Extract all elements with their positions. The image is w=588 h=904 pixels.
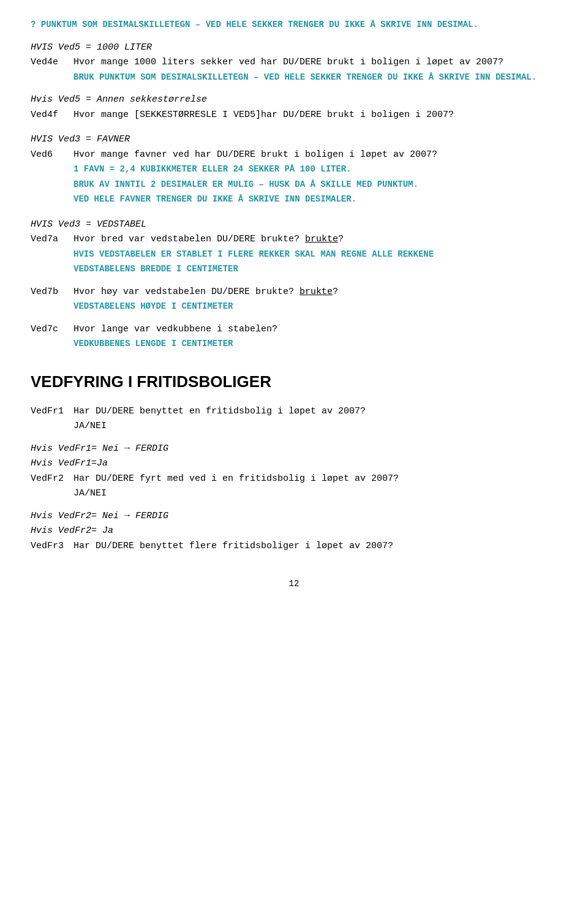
top-note: ? PUNKTUM SOM DESIMALSKILLETEGN – VED HE… [31, 18, 557, 32]
vedfyring-heading: VEDFYRING I FRITIDSBOLIGER [31, 370, 557, 394]
ved7c-label: Ved7c [31, 323, 74, 337]
page-number: 12 [31, 578, 557, 590]
vedfr3-row: VedFr3 Har DU/DERE benyttet flere fritid… [31, 540, 557, 554]
ved5-1000-liter-section: HVIS Ved5 = 1000 LITER Ved4e Hvor mange … [31, 41, 557, 85]
ved4e-label: Ved4e [31, 56, 74, 70]
ved3-favner-if-line: HVIS Ved3 = FAVNER [31, 133, 557, 147]
vedfr1-label: VedFr1 [31, 405, 74, 419]
page-content: ? PUNKTUM SOM DESIMALSKILLETEGN – VED HE… [31, 18, 557, 590]
ved3-vedstabel-if-line: HVIS Ved3 = VEDSTABEL [31, 218, 557, 232]
ved7a-row: Ved7a Hvor bred var vedstabelen DU/DERE … [31, 233, 557, 247]
ved7a-label: Ved7a [31, 233, 74, 247]
vedfr1-conditions: Hvis VedFr1= Nei → FERDIG Hvis VedFr1=Ja… [31, 442, 557, 501]
ved7a-note2: VEDSTABELENS BREDDE I CENTIMETER [74, 263, 557, 277]
ved7c-question: Hvor lange var vedkubbene i stabelen? [74, 323, 557, 337]
ved6-note3: VED HELE FAVNER TRENGER DU IKKE Å SKRIVE… [74, 193, 557, 207]
vedfr2-ja-condition: Hvis VedFr2= Ja [31, 524, 557, 538]
ved6-label: Ved6 [31, 148, 74, 162]
vedfr2-answer: JA/NEI [74, 487, 557, 501]
ved7b-underline: brukte [300, 287, 333, 297]
vedfr1-section: VedFr1 Har DU/DERE benyttet en fritidsbo… [31, 405, 557, 434]
ved7a-note1: HVIS VEDSTABELEN ER STABLET I FLERE REKK… [74, 248, 557, 262]
vedfr2-row: VedFr2 Har DU/DERE fyrt med ved i en fri… [31, 472, 557, 486]
vedfr3-question: Har DU/DERE benyttet flere fritidsbolige… [74, 540, 557, 554]
vedfr1-question: Har DU/DERE benyttet en fritidsbolig i l… [74, 405, 557, 419]
vedfr2-conditions: Hvis VedFr2= Nei → FERDIG Hvis VedFr2= J… [31, 510, 557, 554]
ved7c-row: Ved7c Hvor lange var vedkubbene i stabel… [31, 323, 557, 337]
ved5-1000-if-line: HVIS Ved5 = 1000 LITER [31, 41, 557, 55]
ved4f-question: Hvor mange [SEKKESTØRRESLE I VED5]har DU… [74, 108, 557, 122]
ved7a-underline: brukte [305, 234, 338, 244]
vedfr2-nei-condition: Hvis VedFr2= Nei → FERDIG [31, 510, 557, 524]
ved7b-row: Ved7b Hvor høy var vedstabelen DU/DERE b… [31, 285, 557, 299]
vedfr1-row: VedFr1 Har DU/DERE benyttet en fritidsbo… [31, 405, 557, 419]
vedfr2-label: VedFr2 [31, 472, 74, 486]
ved4e-row: Ved4e Hvor mange 1000 liters sekker ved … [31, 56, 557, 70]
vedfr2-question: Har DU/DERE fyrt med ved i en fritidsbol… [74, 472, 557, 486]
ved4e-note: BRUK PUNKTUM SOM DESIMALSKILLETEGN – VED… [74, 71, 557, 85]
vedfr1-answer: JA/NEI [74, 420, 557, 434]
ved6-row: Ved6 Hvor mange favner ved har DU/DERE b… [31, 148, 557, 162]
ved4f-label: Ved4f [31, 108, 74, 122]
ved6-note1: 1 FAVN = 2,4 KUBIKKMETER ELLER 24 SEKKER… [74, 163, 557, 177]
vedfr1-nei-condition: Hvis VedFr1= Nei → FERDIG [31, 442, 557, 456]
ved7a-question: Hvor bred var vedstabelen DU/DERE brukte… [74, 233, 557, 247]
ved4e-question: Hvor mange 1000 liters sekker ved har DU… [74, 56, 557, 70]
ved7c-note: VEDKUBBENES LENGDE I CENTIMETER [74, 337, 557, 352]
vedfr1-ja-condition: Hvis VedFr1=Ja [31, 457, 557, 471]
ved5-annen-if-line: Hvis Ved5 = Annen sekkestørrelse [31, 93, 557, 107]
ved3-favner-section: HVIS Ved3 = FAVNER Ved6 Hvor mange favne… [31, 133, 557, 207]
ved7b-note: VEDSTABELENS HØYDE I CENTIMETER [74, 300, 557, 314]
ved5-annen-section: Hvis Ved5 = Annen sekkestørrelse Ved4f H… [31, 93, 557, 122]
ved7b-label: Ved7b [31, 285, 74, 299]
ved6-note2: BRUK AV INNTIL 2 DESIMALER ER MULIG – HU… [74, 178, 557, 192]
vedfr3-label: VedFr3 [31, 540, 74, 554]
ved4f-row: Ved4f Hvor mange [SEKKESTØRRESLE I VED5]… [31, 108, 557, 122]
ved6-question: Hvor mange favner ved har DU/DERE brukt … [74, 148, 557, 162]
ved3-vedstabel-section: HVIS Ved3 = VEDSTABEL Ved7a Hvor bred va… [31, 218, 557, 352]
ved7b-question: Hvor høy var vedstabelen DU/DERE brukte?… [74, 285, 557, 299]
